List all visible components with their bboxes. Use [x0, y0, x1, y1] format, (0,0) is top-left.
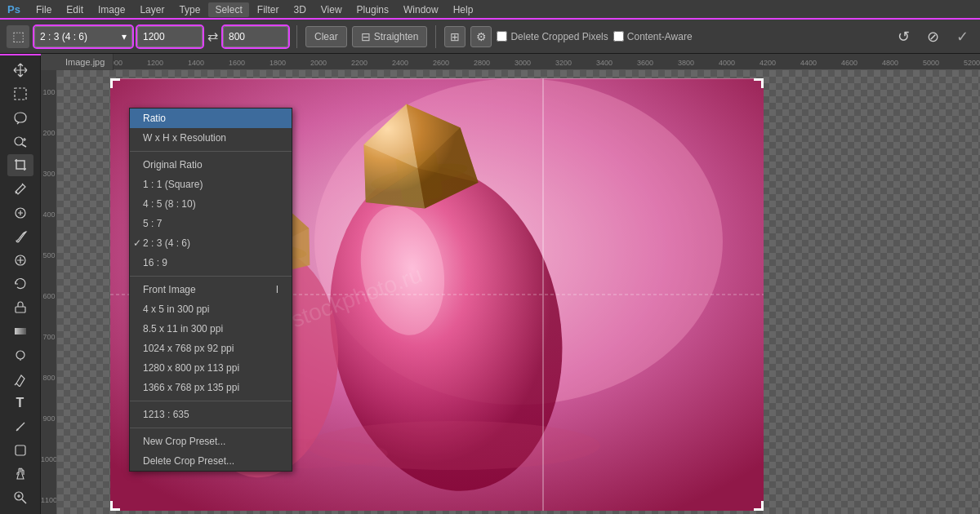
dropdown-item-2-3[interactable]: 2 : 3 (4 : 6) — [130, 233, 292, 253]
clear-button[interactable]: Clear — [305, 26, 347, 47]
svg-text:1100: 1100 — [41, 496, 57, 504]
tool-path-select[interactable] — [7, 415, 33, 437]
separator-2 — [130, 276, 292, 277]
swap-dimensions-icon[interactable]: ⇄ — [207, 29, 218, 44]
separator-2 — [435, 25, 436, 48]
svg-text:5200: 5200 — [964, 59, 980, 67]
tool-healing[interactable] — [7, 202, 33, 224]
reset-icon[interactable]: ↺ — [892, 25, 915, 48]
menu-view[interactable]: View — [314, 2, 349, 17]
tool-crop[interactable] — [7, 154, 33, 176]
dropdown-item-delete-preset[interactable]: Delete Crop Preset... — [130, 451, 292, 471]
menu-help[interactable]: Help — [447, 2, 480, 17]
menu-filter[interactable]: Filter — [251, 2, 286, 17]
tool-brush[interactable] — [7, 225, 33, 247]
tool-pen[interactable] — [7, 368, 33, 390]
tool-dodge[interactable] — [7, 344, 33, 366]
svg-text:500: 500 — [42, 251, 55, 259]
tool-gradient[interactable] — [7, 321, 33, 343]
ratio-dropdown[interactable]: 2 : 3 (4 : 6) ▾ — [34, 26, 132, 47]
settings-icon[interactable]: ⚙ — [470, 26, 492, 47]
dropdown-item-new-preset[interactable]: New Crop Preset... — [130, 432, 292, 451]
svg-line-3 — [22, 144, 26, 147]
menu-file[interactable]: File — [29, 2, 58, 17]
confirm-icon[interactable]: ✓ — [951, 25, 973, 48]
straighten-button[interactable]: ⊟ Straighten — [352, 26, 428, 47]
canvas-tab[interactable]: Image.jpg — [57, 54, 114, 70]
toolbar-actions: ↺ ⊘ ✓ — [892, 25, 973, 48]
dropdown-item-4-5[interactable]: 4 : 5 (8 : 10) — [130, 194, 292, 214]
svg-text:800: 800 — [42, 374, 55, 382]
svg-text:1200: 1200 — [147, 59, 163, 67]
menu-edit[interactable]: Edit — [60, 2, 90, 17]
svg-line-1 — [17, 122, 19, 124]
crop-tool-icon[interactable]: ⬚ — [7, 25, 29, 48]
vertical-ruler: 100 200 300 400 500 600 700 800 900 1000… — [41, 70, 57, 514]
separator-4 — [130, 428, 292, 428]
tool-eyedropper[interactable] — [7, 178, 33, 200]
menu-layer[interactable]: Layer — [133, 2, 171, 17]
menu-type[interactable]: Type — [172, 2, 207, 17]
menu-3d[interactable]: 3D — [287, 2, 312, 17]
svg-text:4000: 4000 — [719, 59, 735, 67]
content-aware-group[interactable]: Content-Aware — [613, 31, 693, 42]
dropdown-item-1213-635[interactable]: 1213 : 635 — [130, 405, 292, 424]
crop-handle-bl[interactable] — [110, 501, 120, 511]
svg-text:3600: 3600 — [637, 59, 653, 67]
tool-hand[interactable] — [7, 463, 33, 485]
svg-text:4600: 4600 — [841, 59, 858, 67]
svg-text:3000: 3000 — [514, 59, 531, 67]
svg-text:4800: 4800 — [882, 59, 898, 67]
tool-history-brush[interactable] — [7, 273, 33, 295]
crop-handle-tl[interactable] — [110, 78, 120, 88]
svg-rect-8 — [15, 328, 26, 335]
cancel-icon[interactable]: ⊘ — [921, 25, 944, 48]
svg-text:5000: 5000 — [923, 59, 939, 67]
dropdown-item-5-7[interactable]: 5 : 7 — [130, 214, 292, 233]
tool-shape[interactable] — [7, 440, 33, 462]
menu-select[interactable]: Select — [208, 2, 248, 17]
dropdown-item-front-image[interactable]: Front Image I — [130, 280, 292, 299]
width-input[interactable] — [137, 26, 203, 47]
menu-window[interactable]: Window — [397, 2, 445, 17]
dropdown-item-8x11[interactable]: 8.5 x 11 in 300 ppi — [130, 319, 292, 339]
svg-text:3800: 3800 — [678, 59, 694, 67]
crop-handle-br[interactable] — [754, 501, 764, 511]
dropdown-item-4x5[interactable]: 4 x 5 in 300 ppi — [130, 299, 292, 319]
svg-line-10 — [15, 383, 16, 385]
separator-3 — [130, 401, 292, 401]
overlay-grid-icon[interactable]: ⊞ — [444, 26, 466, 47]
toolbar: ⬚ 2 : 3 (4 : 6) ▾ ⇄ Clear ⊟ Straighten ⊞… — [0, 20, 980, 54]
dropdown-ratio-label: Ratio — [143, 113, 166, 124]
canvas-tab-name: Image.jpg — [65, 57, 105, 67]
dropdown-item-1024x768[interactable]: 1024 x 768 px 92 ppi — [130, 339, 292, 358]
tool-eraser[interactable] — [7, 297, 33, 319]
tool-move[interactable] — [7, 59, 33, 81]
canvas-area[interactable]: 800 1000 1200 1400 1600 1800 2000 2200 2… — [41, 54, 980, 514]
delete-cropped-checkbox[interactable] — [497, 31, 507, 42]
tool-zoom[interactable] — [7, 487, 33, 509]
dropdown-item-ratio[interactable]: Ratio — [130, 109, 292, 128]
height-input[interactable] — [223, 26, 288, 47]
delete-cropped-group[interactable]: Delete Cropped Pixels — [497, 31, 608, 42]
horizontal-ruler: 800 1000 1200 1400 1600 1800 2000 2200 2… — [57, 54, 980, 70]
tool-clone[interactable] — [7, 249, 33, 271]
menu-plugins[interactable]: Plugins — [350, 2, 395, 17]
tool-type[interactable]: T — [7, 392, 33, 414]
content-aware-checkbox[interactable] — [613, 31, 624, 42]
app-logo: Ps — [3, 0, 24, 20]
tool-lasso[interactable] — [7, 106, 33, 128]
separator-1 — [130, 151, 292, 152]
dropdown-item-1366x768[interactable]: 1366 x 768 px 135 ppi — [130, 378, 292, 397]
tool-quick-select[interactable] — [7, 130, 33, 152]
svg-text:300: 300 — [42, 170, 55, 178]
dropdown-item-1-1[interactable]: 1 : 1 (Square) — [130, 175, 292, 194]
dropdown-item-16-9[interactable]: 16 : 9 — [130, 253, 292, 273]
crop-handle-tr[interactable] — [754, 78, 764, 88]
dropdown-item-original-ratio[interactable]: Original Ratio — [130, 155, 292, 175]
dropdown-item-wxh[interactable]: W x H x Resolution — [130, 128, 292, 148]
tool-marquee[interactable] — [7, 82, 33, 104]
menu-image[interactable]: Image — [91, 2, 131, 17]
dropdown-item-1280x800[interactable]: 1280 x 800 px 113 ppi — [130, 358, 292, 378]
svg-text:3200: 3200 — [555, 59, 572, 67]
